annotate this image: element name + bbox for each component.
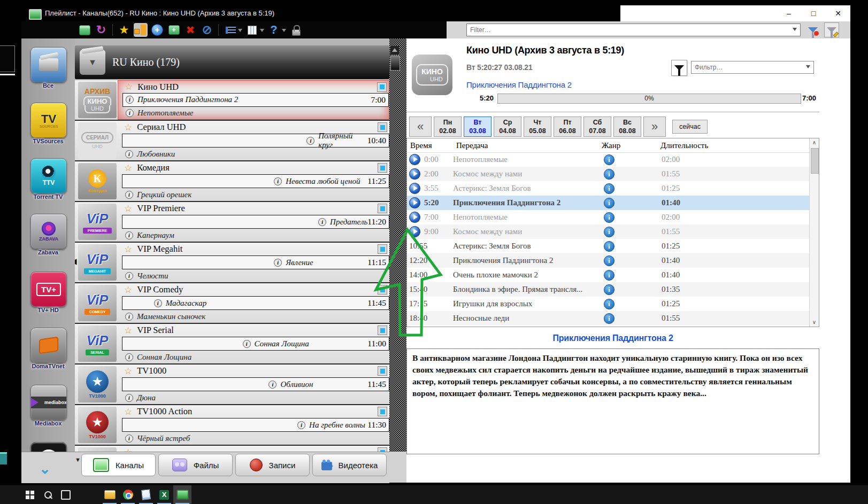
day-button-05.08[interactable]: Чт05.08	[524, 117, 551, 137]
epg-row[interactable]: 12:20Приключения Паддингтона 2i01:40	[407, 253, 810, 268]
minimize-button[interactable]: –	[777, 5, 801, 21]
sidebar-item-mediabox[interactable]: mediabox	[30, 385, 67, 420]
sidebar-item-moretv[interactable]: more tv	[30, 442, 67, 452]
info-icon[interactable]: i	[274, 177, 282, 185]
next-program-row[interactable]: iНепотопляемые	[118, 107, 389, 119]
info-icon[interactable]: i	[604, 212, 614, 223]
clear-filter-button[interactable]	[806, 23, 820, 37]
epg-row[interactable]: 7:00Непотопляемыеi02:00	[407, 210, 810, 224]
day-button-08.08[interactable]: Вс08.08	[613, 117, 641, 137]
scroll-up-icon[interactable]	[390, 46, 399, 55]
current-program-row[interactable]: iПолярный круг10:40	[122, 134, 389, 148]
maximize-button[interactable]: □	[801, 5, 826, 21]
sticky-notes-taskbar-icon[interactable]	[82, 485, 101, 504]
view-columns-dropdown-icon[interactable]	[260, 29, 264, 34]
favorite-star-icon[interactable]	[124, 162, 132, 174]
edit-filter-button[interactable]	[824, 22, 839, 37]
channel-name-row[interactable]: TV1000	[118, 365, 389, 377]
channel-name-row[interactable]: VIP Premiere	[118, 202, 389, 215]
info-icon[interactable]: i	[274, 259, 282, 267]
info-icon[interactable]: i	[125, 435, 133, 443]
help-icon[interactable]	[267, 23, 281, 37]
info-icon[interactable]: i	[604, 299, 614, 309]
epg-row[interactable]: 17:15Игрушки для взрослыхi01:25	[407, 297, 810, 311]
next-program-row[interactable]: iКапернаум	[118, 229, 389, 242]
info-icon[interactable]: i	[604, 169, 614, 180]
channel-checkbox[interactable]	[378, 366, 387, 376]
view-columns-icon[interactable]	[245, 23, 259, 37]
scrollbar-thumb[interactable]	[811, 148, 819, 174]
filter-combobox[interactable]	[466, 24, 801, 36]
current-program-row[interactable]: iНа гребне волны11:30	[122, 418, 389, 432]
day-button-06.08[interactable]: Пт06.08	[554, 117, 581, 137]
info-icon[interactable]: i	[268, 381, 276, 389]
channel-name-row[interactable]: Комедия	[118, 161, 389, 174]
chrome-taskbar-icon[interactable]	[119, 485, 137, 504]
next-program-row[interactable]: iЧелюсти	[118, 269, 389, 282]
sidebar-scroll-down-icon[interactable]: ⌄	[39, 461, 51, 477]
play-button[interactable]	[409, 183, 420, 194]
delete-icon[interactable]	[183, 23, 197, 37]
block-icon[interactable]	[200, 23, 214, 37]
current-program-row[interactable]: iМадагаскар11:45	[122, 296, 389, 310]
channel-checkbox[interactable]	[377, 82, 387, 92]
channel-checkbox[interactable]	[378, 163, 387, 173]
scroll-down-icon[interactable]: ▼	[75, 456, 81, 463]
day-button-02.08[interactable]: Пн02.08	[434, 117, 462, 137]
refresh-icon[interactable]	[94, 23, 108, 37]
epg-row[interactable]: 14:00Очень плохие мамочки 2i01:40	[407, 268, 810, 282]
help-dropdown-icon[interactable]	[282, 29, 286, 34]
epg-row[interactable]: 10:55Астерикс: Земля Боговi01:25	[407, 239, 810, 253]
info-icon[interactable]: i	[604, 270, 614, 281]
info-icon[interactable]: i	[604, 255, 614, 266]
channel-scrollbar[interactable]	[389, 38, 400, 452]
info-icon[interactable]: i	[604, 198, 614, 208]
info-icon[interactable]: i	[125, 231, 133, 239]
epg-row[interactable]: 2:00Космос между намиi01:55	[407, 167, 810, 181]
scrollbar-thumb[interactable]	[390, 56, 400, 71]
favorites-icon[interactable]	[117, 23, 131, 37]
epg-row[interactable]: 15:40Блондинка в эфире. Прямая трансля..…	[407, 282, 810, 297]
info-icon[interactable]: i	[604, 313, 614, 324]
epg-filter-input[interactable]	[694, 63, 803, 72]
program-progress-bar[interactable]: 0%	[497, 94, 801, 104]
epg-filter-combobox[interactable]	[691, 61, 814, 74]
info-icon[interactable]: i	[125, 150, 133, 158]
channel-checkbox[interactable]	[378, 204, 387, 213]
sidebar-item-tvplus[interactable]: TV+	[30, 272, 67, 307]
search-taskbar-icon[interactable]	[39, 485, 57, 504]
tree-icon[interactable]	[134, 23, 148, 37]
current-program-row[interactable]: iОбливион11:45	[122, 377, 389, 391]
collapse-panel-icon[interactable]: ◀	[75, 257, 77, 266]
epg-row[interactable]: 0:00Непотопляемыеi02:00	[407, 152, 810, 167]
current-program-row[interactable]: iПриключения Паддингтона 27:00	[122, 93, 389, 106]
chevron-down-icon[interactable]	[793, 28, 797, 33]
info-icon[interactable]: i	[604, 241, 614, 252]
open-icon[interactable]	[78, 23, 91, 37]
channel-item[interactable]: АРХИВКИНОUHDКино UHDiПриключения Паддинг…	[75, 80, 389, 121]
channel-name-row[interactable]: TV1000 Action	[118, 405, 389, 418]
add-icon[interactable]	[150, 23, 164, 37]
next-program-row[interactable]: iМаменькин сыночек	[118, 310, 389, 323]
day-button-03.08[interactable]: Вт03.08	[464, 117, 491, 137]
favorite-star-icon[interactable]	[124, 203, 132, 214]
favorite-star-icon[interactable]	[124, 244, 132, 255]
channel-item[interactable]: ViPMEGAHITVIP MegahitiЯвление11:15iЧелюс…	[75, 243, 389, 283]
channel-name-row[interactable]: VIP Serial	[118, 324, 389, 337]
channel-group-header[interactable]: RU Кино (179)	[75, 45, 389, 79]
play-button[interactable]	[409, 212, 420, 223]
next-program-row[interactable]: iСонная Лощина	[118, 351, 389, 363]
epg-filter-button[interactable]	[671, 60, 687, 76]
task-view-taskbar-icon[interactable]	[57, 485, 75, 504]
now-button[interactable]: сейчас	[672, 120, 708, 134]
info-icon[interactable]: i	[154, 299, 162, 307]
sidebar-item-zabava[interactable]: ZABAVA	[30, 214, 67, 249]
info-icon[interactable]: i	[126, 109, 134, 117]
favorite-star-icon[interactable]	[124, 366, 132, 377]
info-icon[interactable]: i	[125, 272, 133, 280]
scroll-up-icon[interactable]: ∧	[810, 138, 819, 147]
view-list-dropdown-icon[interactable]	[238, 29, 242, 34]
play-button[interactable]	[409, 154, 420, 165]
current-program-row[interactable]: iПредатель11:20	[122, 215, 389, 229]
info-icon[interactable]: i	[125, 353, 133, 361]
